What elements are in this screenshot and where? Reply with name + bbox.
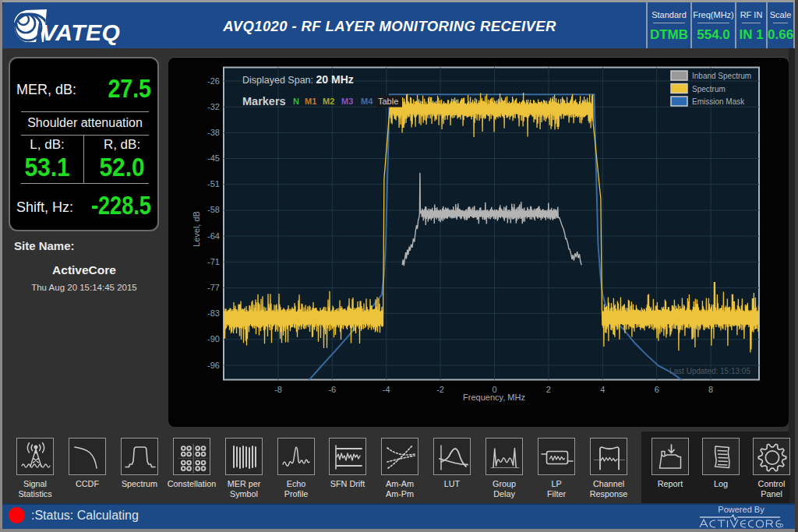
svg-text:-45: -45 xyxy=(207,153,220,163)
svg-text:2: 2 xyxy=(546,385,551,394)
svg-text:Markers: Markers xyxy=(242,95,286,107)
svg-text:-6: -6 xyxy=(328,385,336,394)
svg-text:-4: -4 xyxy=(383,385,390,394)
svg-text:6: 6 xyxy=(655,385,659,394)
svg-text:-71: -71 xyxy=(207,257,220,266)
svg-text:Last Updated: 15:13:05: Last Updated: 15:13:05 xyxy=(669,367,750,375)
svg-text:-58: -58 xyxy=(207,205,220,214)
svg-text:-2: -2 xyxy=(436,385,444,394)
svg-text:-26: -26 xyxy=(207,76,220,86)
svg-text:Table: Table xyxy=(378,97,398,106)
svg-text:M4: M4 xyxy=(361,97,373,106)
svg-text:-77: -77 xyxy=(207,283,220,292)
svg-text:Level, dB: Level, dB xyxy=(192,211,201,247)
svg-text:-51: -51 xyxy=(207,179,220,188)
svg-text:-90: -90 xyxy=(207,334,220,344)
svg-text:-38: -38 xyxy=(207,128,220,137)
svg-text:Inband Spectrum: Inband Spectrum xyxy=(692,72,751,80)
svg-text:4: 4 xyxy=(600,385,605,394)
svg-text:M3: M3 xyxy=(341,97,353,106)
svg-text:-8: -8 xyxy=(274,385,282,394)
svg-text:Displayed Span: 20 MHz: Displayed Span: 20 MHz xyxy=(242,73,354,86)
svg-text:Frequency, MHz: Frequency, MHz xyxy=(463,393,525,402)
svg-text:Emission Mask: Emission Mask xyxy=(692,97,745,106)
svg-text:M2: M2 xyxy=(323,97,334,106)
svg-text:N: N xyxy=(293,97,299,106)
svg-text:M1: M1 xyxy=(305,97,316,106)
svg-text:-83: -83 xyxy=(207,308,220,318)
svg-text:-32: -32 xyxy=(207,102,220,111)
svg-text:Spectrum: Spectrum xyxy=(692,85,726,93)
svg-text:8: 8 xyxy=(708,385,713,394)
svg-text:-64: -64 xyxy=(207,231,220,241)
svg-text:-96: -96 xyxy=(207,361,220,370)
